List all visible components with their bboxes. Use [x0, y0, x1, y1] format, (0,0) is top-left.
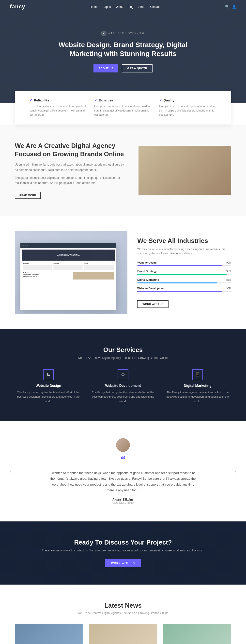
cta-section: Ready To Discuss Your Project? There are… [0, 522, 246, 584]
skill-bar: 90% [137, 291, 231, 292]
digital-marketing-icon: 📱 [192, 370, 203, 380]
nav-home[interactable]: Home [90, 5, 98, 8]
mockup-body: Website Design, Brand Strategy,Digital M… [21, 248, 116, 282]
about-image [139, 146, 231, 195]
read-more-button[interactable]: READ MORE [15, 192, 41, 199]
check-icon: ✓ [30, 98, 33, 102]
service-digital-marketing: 📱 Digital Marketing The Fancy that recog… [164, 370, 231, 404]
skill-website-development: Website Development 90% [137, 287, 231, 292]
skill-bar: 95% [137, 274, 231, 275]
mockup-dot-2 [25, 245, 26, 246]
quote-icon: ❝ [30, 455, 216, 465]
skill-website-design: Website Design 90% [137, 261, 231, 266]
news-section: Latest News We Are A Creative Digital Ag… [0, 584, 246, 644]
nav-shop[interactable]: Shop [138, 5, 145, 8]
website-design-icon: 🖥 [43, 370, 54, 380]
nav-logo[interactable]: fancy [10, 4, 25, 10]
industries-subtitle: We stay on top of our industry by being … [137, 247, 231, 256]
skill-brand-strategy: Brand Strategy 95% [137, 270, 231, 275]
skill-label: Website Development [137, 287, 231, 290]
check-icon: ✓ [159, 98, 162, 102]
mockup-hero-mini: Website Design, Brand Strategy,Digital M… [22, 250, 115, 260]
service-title: Website Development [89, 384, 157, 388]
news-subtitle: We Are A Creative Digital Agency Focused… [15, 611, 231, 615]
mockup-hero-text: Website Design, Brand Strategy,Digital M… [57, 254, 80, 256]
nav-icons: 🔍 👤 [225, 5, 236, 8]
skill-label: Website Design [137, 261, 231, 264]
service-desc: The Fancy that recognise the talent and … [89, 390, 157, 404]
cta-subtitle: There are many ways to contact us. You m… [15, 549, 231, 552]
service-website-design: 🖥 Website Design The Fancy that recognis… [15, 370, 82, 404]
feature-reliability: ✓Reliability Excepteur sint occaecat cup… [30, 98, 87, 117]
services-subtitle: We Are A Creative Digital Agency Focused… [15, 356, 231, 360]
mockup-topbar [21, 243, 116, 248]
service-title: Website Design [15, 384, 82, 388]
skill-digital-marketing: Digital Marketing 85% [137, 278, 231, 284]
skill-percent: 85% [226, 278, 231, 281]
services-grid: 🖥 Website Design The Fancy that recognis… [15, 370, 231, 404]
skill-percent: 90% [226, 287, 231, 290]
website-development-icon: ⚙ [117, 370, 129, 380]
testimonial-next-button[interactable]: › [234, 468, 236, 474]
skill-bar: 85% [137, 282, 231, 284]
cta-title: Ready To Discuss Your Project? [15, 539, 231, 546]
mockup-screen: Website Design, Brand Strategy,Digital M… [21, 243, 116, 310]
testimonial-prev-button[interactable]: ‹ [10, 468, 12, 474]
news-image-1 [15, 624, 83, 644]
skill-label: Brand Strategy [137, 270, 231, 273]
news-title: Latest News [15, 602, 231, 609]
industries-mockup: Website Design, Brand Strategy,Digital M… [15, 231, 128, 314]
quote-button[interactable]: GET A QUOTE [122, 64, 152, 72]
about-section: We Are A Creative Digital Agency Focused… [0, 124, 246, 216]
about-button[interactable]: ABOUT US [93, 64, 118, 72]
avatar-image [116, 438, 130, 452]
skill-percent: 90% [226, 261, 231, 264]
feature-quality: ✓Quality Excepteur sint occaecat cupidat… [159, 98, 216, 117]
nav-blog[interactable]: Blog [128, 5, 133, 8]
testimonial-content: I wanted to mention that these days, whe… [49, 470, 197, 504]
nav-work[interactable]: Work [116, 5, 123, 8]
testimonial-section: ‹ ❝ I wanted to mention that these days,… [0, 421, 246, 522]
skill-fill [137, 291, 222, 292]
news-image-3 [163, 624, 231, 644]
feature-expertise: ✓Expertise Excepteur sint occaecat cupid… [94, 98, 152, 117]
industries-title: We Serve All Industries [137, 237, 231, 245]
service-desc: The Fancy that recognise the talent and … [15, 390, 82, 404]
mockup-dot-1 [22, 245, 24, 246]
mockup-background: Website Design, Brand Strategy,Digital M… [15, 231, 128, 314]
industries-section: Website Design, Brand Strategy,Digital M… [0, 216, 246, 329]
testimonial-role: CEO CSSCreator [49, 501, 197, 504]
news-card-2: Simple, Fast And Fun The Fancy that reco… [89, 624, 157, 644]
service-desc: The Fancy that recognise the talent and … [164, 390, 231, 404]
search-icon[interactable]: 🔍 [225, 5, 229, 8]
service-website-development: ⚙ Website Development The Fancy that rec… [89, 370, 157, 404]
hero-buttons: ABOUT US GET A QUOTE [93, 64, 153, 72]
navbar: fancy Home Pages Work Blog Shop Contact … [0, 0, 246, 13]
about-para2: Excepteur sint occaecat cupidatat non pr… [15, 175, 126, 186]
skill-label: Digital Marketing [137, 278, 231, 281]
skill-fill [137, 274, 226, 275]
nav-contact[interactable]: Contact [150, 5, 160, 8]
skill-percent: 95% [226, 270, 231, 273]
news-grid: We Create Experiences The Fancy that rec… [15, 624, 231, 644]
service-title: Digital Marketing [164, 384, 231, 388]
skill-fill [137, 265, 222, 266]
services-title: Our Services [15, 346, 231, 354]
user-icon[interactable]: 👤 [232, 5, 236, 8]
mockup-dot-3 [27, 245, 28, 246]
cta-button[interactable]: WORK WITH US [105, 559, 141, 567]
news-image-2 [89, 624, 157, 644]
news-card-3: Device Friendly The Fancy that recognise… [163, 624, 231, 644]
nav-links: Home Pages Work Blog Shop Contact [90, 5, 160, 8]
hero-title: Website Design, Brand Strategy, Digital … [54, 40, 192, 58]
about-title: We Are A Creative Digital Agency Focused… [15, 142, 126, 158]
about-para1: Ut enim ad minim veniam, quis nostrud ex… [15, 162, 126, 173]
features-strip: ✓Reliability Excepteur sint occaecat cup… [15, 91, 231, 124]
about-text: We Are A Creative Digital Agency Focused… [15, 142, 126, 199]
nav-pages[interactable]: Pages [102, 5, 111, 8]
services-section: Our Services We Are A Creative Digital A… [0, 329, 246, 421]
hero-section: WATCH THE OVERVIEW Website Design, Brand… [0, 0, 246, 103]
hero-watch-label[interactable]: WATCH THE OVERVIEW [101, 31, 145, 36]
work-with-us-button[interactable]: WORK WITH US [137, 300, 168, 308]
news-card-1: We Create Experiences The Fancy that rec… [15, 624, 83, 644]
